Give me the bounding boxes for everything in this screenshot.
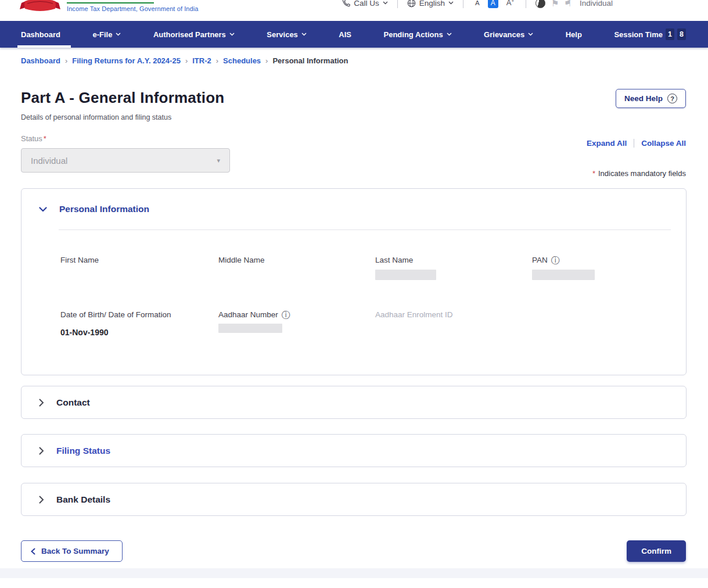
status-field-group: Status* Individual ▾ xyxy=(21,134,230,173)
aadhaar-label-text: Aadhaar Number xyxy=(218,310,278,319)
user-type-badge[interactable]: Individual xyxy=(580,0,613,8)
font-size-increase-button[interactable]: A+ xyxy=(504,0,516,8)
breadcrumb-separator: › xyxy=(185,56,188,65)
aadhaar-enrolment-label: Aadhaar Enrolment ID xyxy=(375,310,532,319)
section-title: Bank Details xyxy=(56,494,110,505)
chevron-down-icon xyxy=(448,1,454,5)
breadcrumb-separator: › xyxy=(65,56,67,65)
middle-name-field: Middle Name xyxy=(218,256,375,280)
status-selected-value: Individual xyxy=(31,156,67,166)
nav-label: AIS xyxy=(339,30,351,39)
bank-details-header[interactable]: Bank Details xyxy=(21,494,110,505)
chevron-down-icon xyxy=(39,207,47,212)
required-asterisk: * xyxy=(44,134,46,143)
nav-item-efile[interactable]: e-File xyxy=(92,21,121,48)
question-mark-icon: ? xyxy=(667,94,677,103)
flag-icon: ⚑ xyxy=(564,0,572,8)
session-digit: 8 xyxy=(677,28,686,40)
section-bank-details: Bank Details xyxy=(21,483,687,516)
back-to-summary-label: Back To Summary xyxy=(41,547,109,555)
chevron-left-icon xyxy=(31,548,35,555)
top-header: Income Tax Department, Government of Ind… xyxy=(0,0,708,21)
page-subtitle: Details of personal information and fili… xyxy=(21,113,708,121)
title-row: Part A - General Information Need Help ? xyxy=(21,89,686,108)
logo-text: Income Tax Department, Government of Ind… xyxy=(67,2,199,12)
breadcrumb-filing-returns[interactable]: Filing Returns for A.Y. 2024-25 xyxy=(72,56,181,65)
footer-strip xyxy=(0,568,708,578)
aadhaar-number-field: Aadhaar Number ⓘ xyxy=(218,310,375,337)
chevron-down-icon: ▾ xyxy=(217,157,220,164)
breadcrumb-itr2[interactable]: ITR-2 xyxy=(192,56,211,65)
chevron-down-icon xyxy=(116,33,121,36)
phone-icon xyxy=(342,0,350,7)
info-icon[interactable]: ⓘ xyxy=(282,310,290,319)
nav-item-ais[interactable]: AIS xyxy=(339,21,351,48)
status-right-column: Expand All Collapse All *Indicates manda… xyxy=(587,134,686,178)
pan-field: PAN ⓘ xyxy=(532,256,674,280)
back-to-summary-button[interactable]: Back To Summary xyxy=(21,540,123,562)
call-us-label: Call Us xyxy=(354,0,379,8)
font-size-default-button[interactable]: A xyxy=(488,0,498,8)
filing-status-header[interactable]: Filing Status xyxy=(21,446,110,456)
call-us-menu[interactable]: Call Us xyxy=(342,0,388,8)
breadcrumb-dashboard[interactable]: Dashboard xyxy=(21,56,60,65)
nav-label: Grievances xyxy=(484,30,524,39)
divider xyxy=(634,139,634,148)
expand-collapse-controls: Expand All Collapse All xyxy=(587,139,686,148)
divider xyxy=(526,0,526,8)
info-icon[interactable]: ⓘ xyxy=(551,256,560,264)
breadcrumb: Dashboard › Filing Returns for A.Y. 2024… xyxy=(21,56,687,65)
status-label-text: Status xyxy=(21,134,42,143)
last-name-label: Last Name xyxy=(375,256,532,264)
need-help-button[interactable]: Need Help ? xyxy=(616,89,686,108)
nav-item-authorised-partners[interactable]: Authorised Partners xyxy=(153,21,235,48)
nav-label: Help xyxy=(566,30,582,39)
session-timer: Session Time 1 8 xyxy=(614,28,686,40)
first-name-label: First Name xyxy=(60,256,218,264)
need-help-label: Need Help xyxy=(624,94,663,103)
session-time-label: Session Time xyxy=(614,30,663,39)
site-logo[interactable]: Income Tax Department, Government of Ind… xyxy=(19,0,199,14)
plus-mark: + xyxy=(511,0,514,3)
aadhaar-number-label: Aadhaar Number ⓘ xyxy=(218,310,375,319)
confirm-button[interactable]: Confirm xyxy=(627,540,686,562)
breadcrumb-schedules[interactable]: Schedules xyxy=(223,56,261,65)
dob-value: 01-Nov-1990 xyxy=(60,328,218,337)
font-size-decrease-button[interactable]: A xyxy=(473,0,482,7)
masked-last-name-value xyxy=(375,270,436,280)
collapse-all-link[interactable]: Collapse All xyxy=(641,139,686,148)
nav-label: Authorised Partners xyxy=(153,30,226,39)
contrast-toggle-icon[interactable] xyxy=(536,0,545,8)
chevron-right-icon xyxy=(39,447,44,455)
session-digit: 1 xyxy=(666,28,674,40)
aadhaar-enrolment-field: Aadhaar Enrolment ID xyxy=(375,310,532,337)
masked-pan-value xyxy=(532,270,595,280)
contact-header[interactable]: Contact xyxy=(21,397,90,408)
page-title: Part A - General Information xyxy=(21,89,224,107)
nav-label: Pending Actions xyxy=(384,30,443,39)
status-select[interactable]: Individual ▾ xyxy=(21,148,230,173)
chevron-right-icon xyxy=(39,399,44,407)
chevron-down-icon xyxy=(528,33,533,36)
section-contact: Contact xyxy=(21,386,687,419)
nav-item-pending-actions[interactable]: Pending Actions xyxy=(384,21,452,48)
status-row: Status* Individual ▾ Expand All Collapse… xyxy=(21,134,686,178)
nav-item-help[interactable]: Help xyxy=(566,21,582,48)
nav-item-dashboard[interactable]: Dashboard xyxy=(21,21,60,48)
chevron-right-icon xyxy=(39,496,44,504)
logo-department-name: Income Tax Department, Government of Ind… xyxy=(67,5,199,12)
personal-information-header[interactable]: Personal Information xyxy=(21,204,686,214)
nav-label: Dashboard xyxy=(21,30,60,39)
nav-item-services[interactable]: Services xyxy=(267,21,307,48)
breadcrumb-separator: › xyxy=(216,56,218,65)
expand-all-link[interactable]: Expand All xyxy=(587,139,627,148)
accordion-sections: Personal Information First Name Middle N… xyxy=(21,188,687,516)
first-name-field: First Name xyxy=(60,256,218,280)
language-menu[interactable]: English xyxy=(407,0,454,8)
nav-item-grievances[interactable]: Grievances xyxy=(484,21,533,48)
itd-emblem-icon xyxy=(19,0,61,14)
pan-label: PAN ⓘ xyxy=(532,256,674,264)
dob-label: Date of Birth/ Date of Formation xyxy=(60,310,218,319)
chevron-down-icon xyxy=(383,1,388,5)
logo-green-line xyxy=(67,2,154,3)
